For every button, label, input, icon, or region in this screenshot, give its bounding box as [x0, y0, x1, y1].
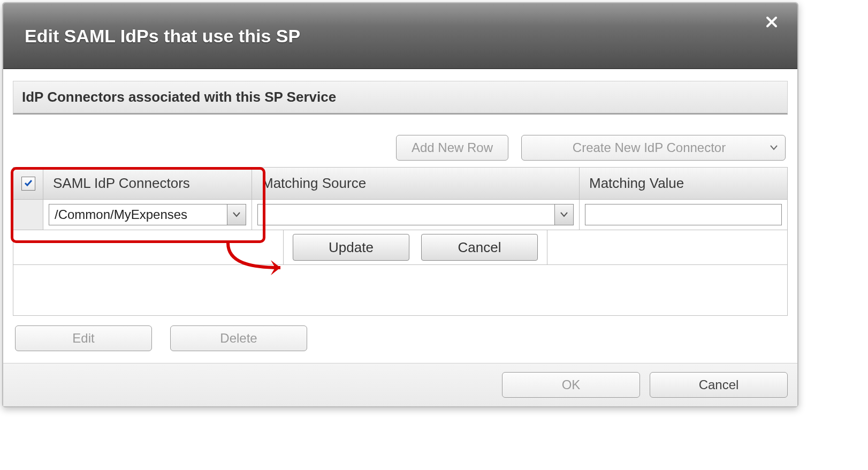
grid-toolbar: Add New Row Create New IdP Connector — [15, 135, 786, 161]
connector-select-dropdown-button[interactable] — [227, 204, 246, 225]
update-button-label: Update — [329, 239, 374, 256]
delete-button-label: Delete — [220, 331, 257, 346]
edit-button-label: Edit — [72, 331, 94, 346]
grid-empty-area — [13, 265, 787, 315]
grid-header-row: SAML IdP Connectors Matching Source Matc… — [13, 168, 787, 200]
close-icon — [766, 13, 778, 32]
ok-button[interactable]: OK — [502, 372, 640, 398]
header-checkbox-cell — [13, 168, 43, 199]
connector-select[interactable]: /Common/MyExpenses — [49, 204, 246, 225]
row-connector-cell: /Common/MyExpenses — [43, 200, 252, 230]
editor-row: Update Cancel — [13, 230, 787, 265]
editor-spacer-right — [547, 230, 787, 264]
cancel-dialog-button[interactable]: Cancel — [650, 372, 788, 398]
create-new-idp-connector-label: Create New IdP Connector — [573, 140, 726, 155]
edit-saml-idps-dialog: Edit SAML IdPs that use this SP IdP Conn… — [2, 2, 798, 407]
cancel-dialog-button-label: Cancel — [699, 377, 739, 392]
ok-button-label: OK — [562, 377, 581, 392]
section-heading: IdP Connectors associated with this SP S… — [13, 81, 788, 115]
dialog-footer: OK Cancel — [3, 363, 797, 406]
header-matching-value: Matching Value — [580, 168, 787, 199]
below-grid-buttons: Edit Delete — [15, 325, 786, 351]
select-all-checkbox[interactable] — [21, 177, 35, 191]
row-matching-source-cell — [252, 200, 580, 230]
matching-source-select[interactable] — [257, 204, 574, 225]
dialog-titlebar: Edit SAML IdPs that use this SP — [3, 3, 797, 69]
row-matching-value-cell — [580, 200, 787, 230]
update-button[interactable]: Update — [293, 234, 409, 261]
cancel-row-button-label: Cancel — [458, 239, 501, 256]
chevron-down-icon — [233, 210, 240, 219]
cancel-row-button[interactable]: Cancel — [421, 234, 538, 261]
chevron-down-icon — [770, 145, 778, 150]
chevron-down-icon — [560, 210, 568, 219]
table-row: /Common/MyExpenses — [13, 200, 787, 230]
close-button[interactable] — [761, 12, 782, 33]
add-new-row-label: Add New Row — [412, 140, 493, 155]
dialog-title: Edit SAML IdPs that use this SP — [25, 26, 300, 47]
row-checkbox-cell — [13, 200, 43, 230]
edit-button[interactable]: Edit — [15, 325, 152, 351]
connector-select-value: /Common/MyExpenses — [49, 204, 227, 225]
add-new-row-button[interactable]: Add New Row — [396, 135, 508, 161]
dialog-body: IdP Connectors associated with this SP S… — [3, 69, 797, 363]
editor-spacer-left — [13, 230, 284, 264]
check-icon — [24, 175, 33, 192]
create-new-idp-connector-button[interactable]: Create New IdP Connector — [521, 135, 786, 161]
delete-button[interactable]: Delete — [170, 325, 307, 351]
editor-buttons: Update Cancel — [284, 230, 547, 264]
header-matching-source: Matching Source — [252, 168, 580, 199]
matching-value-input[interactable] — [585, 204, 782, 225]
matching-source-value — [258, 204, 554, 225]
matching-source-dropdown-button[interactable] — [554, 204, 573, 225]
idp-connectors-grid: SAML IdP Connectors Matching Source Matc… — [13, 167, 788, 316]
header-connectors: SAML IdP Connectors — [43, 168, 252, 199]
